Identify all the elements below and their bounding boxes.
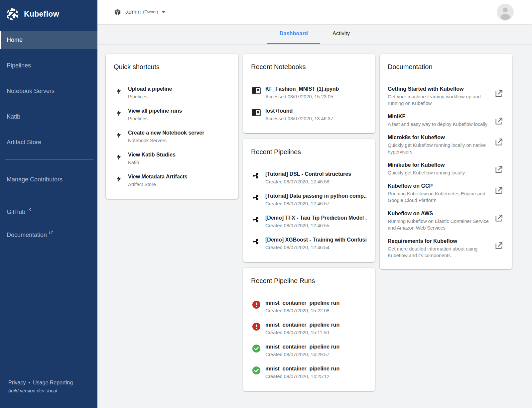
- footer-bullet: •: [28, 380, 30, 385]
- shortcut-title: View all pipeline runs: [128, 108, 182, 114]
- bolt-icon: [115, 130, 123, 143]
- external-link-icon: [49, 230, 53, 235]
- sidebar-item-home[interactable]: Home: [0, 31, 97, 49]
- bolt-icon: [115, 152, 123, 165]
- doc-item-kubeflow-gcp[interactable]: Kubeflow on GCPRunning Kubeflow on Kuber…: [388, 183, 504, 204]
- doc-item-minikube[interactable]: Minikube for KubeflowQuickly get Kubeflo…: [388, 162, 504, 176]
- doc-desc: Running Kubeflow on Elastic Container Se…: [388, 218, 489, 231]
- pipeline-run-item[interactable]: mnist_container_pipeline runCreated 08/0…: [252, 300, 367, 313]
- dashboard-content: Quick shortcuts Upload a pipelinePipelin…: [97, 45, 532, 408]
- doc-item-minikf[interactable]: MiniKFA fast and easy way to deploy Kube…: [388, 114, 504, 128]
- recent-pipelines-card: Recent Pipelines [Tutorial] DSL - Contro…: [243, 139, 375, 262]
- shortcut-title: Create a new Notebook server: [128, 130, 204, 136]
- pipeline-title: [Tutorial] Data passing in python comp..…: [265, 193, 367, 199]
- shortcut-subtitle: Pipelines: [128, 94, 172, 99]
- notebook-icon: [252, 86, 261, 99]
- shortcut-view-pipeline-runs[interactable]: View all pipeline runsPipelines: [115, 108, 230, 121]
- card-title-documentation: Documentation: [388, 63, 433, 70]
- doc-item-microk8s[interactable]: Microk8s for KubeflowQuickly get Kubeflo…: [388, 135, 504, 155]
- sidebar-item-documentation[interactable]: Documentation: [0, 226, 97, 244]
- usage-reporting-link[interactable]: Usage Reporting: [33, 380, 73, 385]
- pipeline-subtitle: Created 08/07/2020, 12:46:55: [265, 223, 367, 228]
- namespace-name: admin: [125, 9, 141, 15]
- documentation-link-label: Documentation: [7, 232, 47, 238]
- shortcut-view-katib-studies[interactable]: View Katib StudiesKatib: [115, 152, 230, 165]
- sidebar-item-notebook-servers[interactable]: Notebook Servers: [0, 82, 97, 100]
- sidebar-item-manage-contributors[interactable]: Manage Contributors: [0, 171, 97, 188]
- card-title-recent-notebooks: Recent Notebooks: [251, 63, 306, 70]
- sidebar: Kubeflow Home Pipelines Notebook Servers…: [0, 0, 97, 408]
- sidebar-item-katib[interactable]: Katib: [0, 108, 97, 126]
- run-subtitle: Created 08/07/2020, 14:29:57: [265, 352, 339, 357]
- shortcut-create-notebook-server[interactable]: Create a new Notebook serverNotebook Ser…: [115, 130, 230, 143]
- shortcut-view-metadata-artifacts[interactable]: View Metadata ArtifactsArtifact Store: [115, 174, 230, 187]
- documentation-card: Documentation Getting Started with Kubef…: [380, 54, 512, 269]
- pipeline-item[interactable]: [Demo] TFX - Taxi Tip Prediction Model .…: [252, 215, 367, 228]
- kubeflow-logo[interactable]: Kubeflow: [0, 0, 97, 28]
- pipeline-title: [Tutorial] DSL - Control structures: [265, 171, 351, 177]
- doc-desc: Get more detailed information about usin…: [388, 246, 489, 259]
- build-version: build version dev_local: [8, 388, 73, 393]
- doc-desc: Get your machine-learning workflow up an…: [388, 93, 489, 107]
- top-bar: admin (Owner): [97, 0, 532, 24]
- run-title: mnist_container_pipeline run: [265, 322, 339, 328]
- doc-desc: Running Kubeflow on Kubernetes Engine an…: [388, 190, 489, 204]
- open-in-new-icon: [494, 162, 504, 176]
- namespace-cube-icon: [114, 8, 121, 16]
- sidebar-item-pipelines[interactable]: Pipelines: [0, 57, 97, 74]
- open-in-new-icon: [494, 238, 504, 259]
- run-subtitle: Created 08/07/2020, 14:25:12: [265, 374, 339, 379]
- notebook-item[interactable]: KF_Fashion_MNIST (1).ipynbAccessed 08/07…: [252, 86, 367, 99]
- sidebar-item-artifact-store[interactable]: Artifact Store: [0, 134, 97, 151]
- privacy-link[interactable]: Privacy: [8, 380, 26, 385]
- doc-title: Getting Started with Kubeflow: [388, 86, 489, 92]
- pipeline-run-item[interactable]: mnist_container_pipeline runCreated 08/0…: [252, 322, 367, 335]
- shortcut-subtitle: Notebook Servers: [128, 138, 204, 143]
- pipeline-run-item[interactable]: mnist_container_pipeline runCreated 08/0…: [252, 344, 367, 357]
- card-title-quick-shortcuts: Quick shortcuts: [114, 63, 160, 70]
- quick-shortcuts-card: Quick shortcuts Upload a pipelinePipelin…: [106, 54, 238, 199]
- pipeline-run-item[interactable]: mnist_container_pipeline runCreated 08/0…: [252, 366, 367, 379]
- notebook-item[interactable]: lost+foundAccessed 08/07/2020, 13:46:37: [252, 108, 367, 121]
- sidebar-divider: [5, 192, 93, 192]
- sidebar-divider: [5, 159, 93, 159]
- sidebar-item-github[interactable]: GitHub: [0, 203, 97, 221]
- run-subtitle: Created 08/07/2020, 15:22:08: [265, 308, 339, 313]
- kubeflow-logo-icon: [6, 7, 20, 21]
- pipeline-item[interactable]: [Tutorial] DSL - Control structuresCreat…: [252, 171, 367, 184]
- shortcut-subtitle: Katib: [128, 160, 176, 165]
- doc-title: Microk8s for Kubeflow: [388, 135, 489, 141]
- pipeline-icon: [252, 215, 261, 228]
- recent-pipeline-runs-card: Recent Pipeline Runs mnist_container_pip…: [243, 268, 375, 391]
- doc-desc: Quickly get Kubeflow running locally: [388, 169, 489, 176]
- pipeline-subtitle: Created 08/07/2020, 12:46:54: [265, 245, 367, 250]
- bolt-icon: [115, 174, 123, 187]
- pipeline-item[interactable]: [Demo] XGBoost - Training with Confusi..…: [252, 237, 367, 250]
- doc-item-getting-started[interactable]: Getting Started with KubeflowGet your ma…: [388, 86, 504, 107]
- shortcut-title: View Katib Studies: [128, 152, 176, 158]
- doc-title: Requirements for Kubeflow: [388, 238, 489, 244]
- open-in-new-icon: [494, 135, 504, 155]
- notebook-title: lost+found: [265, 108, 333, 114]
- avatar[interactable]: [497, 4, 514, 21]
- person-icon: [497, 4, 514, 21]
- notebook-icon: [252, 108, 261, 121]
- notebook-subtitle: Accessed 08/07/2020, 15:23:05: [265, 94, 339, 99]
- pipeline-icon: [252, 171, 261, 184]
- pipeline-item[interactable]: [Tutorial] Data passing in python comp..…: [252, 193, 367, 206]
- doc-title: MiniKF: [388, 114, 489, 120]
- namespace-selector[interactable]: admin (Owner): [114, 8, 166, 16]
- success-status-icon: [252, 344, 261, 357]
- doc-desc: A fast and easy way to deploy Kubeflow l…: [388, 121, 489, 128]
- run-subtitle: Created 08/07/2020, 15:11:50: [265, 330, 339, 335]
- tab-dashboard[interactable]: Dashboard: [267, 24, 320, 44]
- open-in-new-icon: [494, 86, 504, 107]
- open-in-new-icon: [494, 211, 504, 231]
- logo-text: Kubeflow: [24, 10, 59, 19]
- doc-item-requirements[interactable]: Requirements for KubeflowGet more detail…: [388, 238, 504, 259]
- shortcut-upload-pipeline[interactable]: Upload a pipelinePipelines: [115, 86, 230, 99]
- shortcut-title: Upload a pipeline: [128, 86, 172, 92]
- doc-item-kubeflow-aws[interactable]: Kubeflow on AWSRunning Kubeflow on Elast…: [388, 211, 504, 231]
- shortcut-title: View Metadata Artifacts: [128, 174, 188, 180]
- tab-activity[interactable]: Activity: [320, 24, 362, 44]
